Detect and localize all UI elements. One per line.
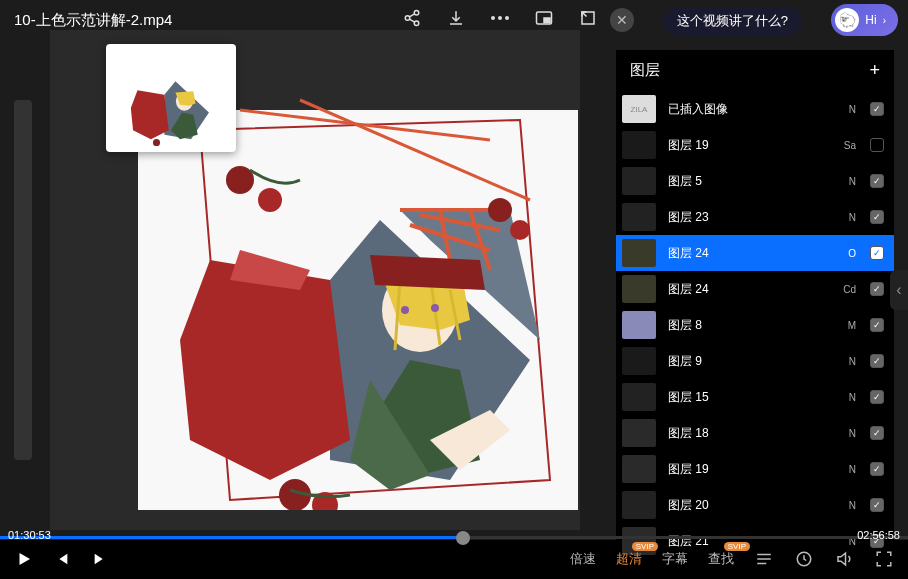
svg-point-3: [226, 166, 254, 194]
layer-thumbnail: [622, 131, 656, 159]
layer-thumbnail: [622, 491, 656, 519]
layer-visibility-checkbox[interactable]: ✓: [870, 498, 884, 512]
svg-point-10: [153, 139, 160, 146]
layer-blend-mode[interactable]: N: [838, 500, 856, 511]
svg-point-2: [431, 304, 439, 312]
layer-name-label: 图层 5: [664, 173, 830, 190]
loop-icon[interactable]: [794, 549, 814, 569]
volume-icon[interactable]: [834, 549, 854, 569]
layer-row[interactable]: 图层 9N✓: [616, 343, 894, 379]
prev-button[interactable]: [52, 549, 72, 569]
layer-blend-mode[interactable]: O: [838, 248, 856, 259]
layer-visibility-checkbox[interactable]: ✓: [870, 210, 884, 224]
layer-name-label: 已插入图像: [664, 101, 830, 118]
layer-thumbnail: [622, 419, 656, 447]
layer-thumbnail: [622, 167, 656, 195]
layer-thumbnail: [622, 455, 656, 483]
layer-row[interactable]: 图层 18N✓: [616, 415, 894, 451]
layer-thumbnail: [622, 311, 656, 339]
layer-visibility-checkbox[interactable]: ✓: [870, 354, 884, 368]
layer-blend-mode[interactable]: N: [838, 212, 856, 223]
layer-row[interactable]: 图层 5N✓: [616, 163, 894, 199]
layer-blend-mode[interactable]: M: [838, 320, 856, 331]
fullscreen-icon[interactable]: [874, 549, 894, 569]
layer-row[interactable]: 图层 8M✓: [616, 307, 894, 343]
layer-row[interactable]: 图层 23N✓: [616, 199, 894, 235]
layer-visibility-checkbox[interactable]: ✓: [870, 390, 884, 404]
layer-visibility-checkbox[interactable]: ✓: [870, 174, 884, 188]
find-control[interactable]: 查找SVIP: [708, 550, 734, 568]
layer-thumbnail: [622, 347, 656, 375]
layer-name-label: 图层 15: [664, 389, 830, 406]
layer-visibility-checkbox[interactable]: ✓: [870, 462, 884, 476]
layer-thumbnail: [622, 383, 656, 411]
quality-control[interactable]: 超清SVIP: [616, 550, 642, 568]
thumbnail-preview[interactable]: [106, 44, 236, 152]
player-controls: 倍速 超清SVIP 字幕 查找SVIP: [0, 539, 908, 579]
left-toolbar[interactable]: [14, 100, 32, 460]
layer-name-label: 图层 8: [664, 317, 830, 334]
svip-badge: SVIP: [724, 542, 750, 551]
layer-row[interactable]: 图层 24O✓: [616, 235, 894, 271]
layer-name-label: 图层 20: [664, 497, 830, 514]
layer-visibility-checkbox[interactable]: ✓: [870, 282, 884, 296]
layer-name-label: 图层 19: [664, 461, 830, 478]
layer-blend-mode[interactable]: N: [838, 356, 856, 367]
layers-list: ZILA已插入图像N✓图层 19Sa图层 5N✓图层 23N✓图层 24O✓图层…: [616, 91, 894, 559]
layer-blend-mode[interactable]: Cd: [838, 284, 856, 295]
layers-panel: 图层 + ZILA已插入图像N✓图层 19Sa图层 5N✓图层 23N✓图层 2…: [616, 50, 894, 559]
layers-panel-title: 图层: [630, 61, 660, 80]
layer-row[interactable]: 图层 20N✓: [616, 487, 894, 523]
layer-thumbnail: [622, 239, 656, 267]
layers-panel-header: 图层 +: [616, 50, 894, 91]
next-button[interactable]: [90, 549, 110, 569]
layer-blend-mode[interactable]: N: [838, 428, 856, 439]
speed-control[interactable]: 倍速: [570, 550, 596, 568]
layer-visibility-checkbox[interactable]: [870, 138, 884, 152]
layer-name-label: 图层 23: [664, 209, 830, 226]
layer-name-label: 图层 19: [664, 137, 830, 154]
svg-point-8: [510, 220, 530, 240]
layer-visibility-checkbox[interactable]: ✓: [870, 246, 884, 260]
layer-blend-mode[interactable]: N: [838, 464, 856, 475]
layer-thumbnail: [622, 203, 656, 231]
layer-name-label: 图层 18: [664, 425, 830, 442]
layer-blend-mode[interactable]: N: [838, 104, 856, 115]
layer-name-label: 图层 9: [664, 353, 830, 370]
topbar: 10-上色示范讲解-2.mp4: [0, 0, 908, 40]
layer-blend-mode[interactable]: Sa: [838, 140, 856, 151]
layer-row[interactable]: 图层 19Sa: [616, 127, 894, 163]
layer-blend-mode[interactable]: N: [838, 176, 856, 187]
svip-badge: SVIP: [632, 542, 658, 551]
time-current: 01:30:53: [8, 529, 51, 541]
layer-row[interactable]: 图层 15N✓: [616, 379, 894, 415]
layer-row[interactable]: 图层 24Cd✓: [616, 271, 894, 307]
layer-thumbnail: ZILA: [622, 95, 656, 123]
layer-visibility-checkbox[interactable]: ✓: [870, 426, 884, 440]
svg-point-4: [258, 188, 282, 212]
layer-visibility-checkbox[interactable]: ✓: [870, 102, 884, 116]
play-button[interactable]: [14, 549, 34, 569]
layer-blend-mode[interactable]: N: [838, 392, 856, 403]
subtitle-control[interactable]: 字幕: [662, 550, 688, 568]
side-expand-tab[interactable]: ‹: [890, 270, 908, 310]
layer-thumbnail: [622, 275, 656, 303]
time-total: 02:56:58: [857, 529, 900, 541]
layer-visibility-checkbox[interactable]: ✓: [870, 318, 884, 332]
svg-point-1: [401, 306, 409, 314]
add-layer-button[interactable]: +: [869, 60, 880, 81]
layer-name-label: 图层 24: [664, 245, 830, 262]
layer-row[interactable]: 图层 19N✓: [616, 451, 894, 487]
video-title: 10-上色示范讲解-2.mp4: [14, 11, 172, 30]
playlist-icon[interactable]: [754, 549, 774, 569]
svg-point-7: [488, 198, 512, 222]
layer-name-label: 图层 24: [664, 281, 830, 298]
layer-row[interactable]: ZILA已插入图像N✓: [616, 91, 894, 127]
